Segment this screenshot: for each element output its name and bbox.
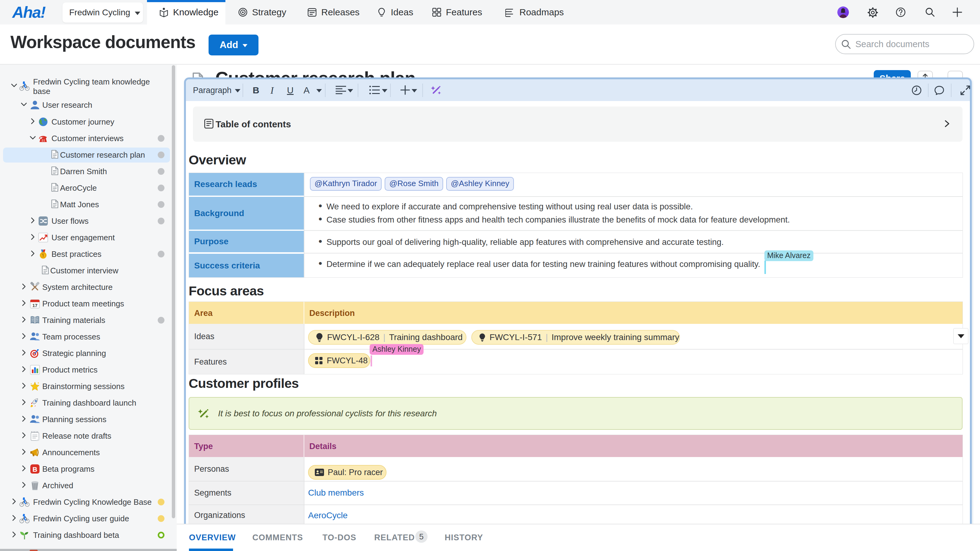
svg-text:B: B [32, 465, 37, 473]
svg-text:17: 17 [32, 303, 38, 308]
